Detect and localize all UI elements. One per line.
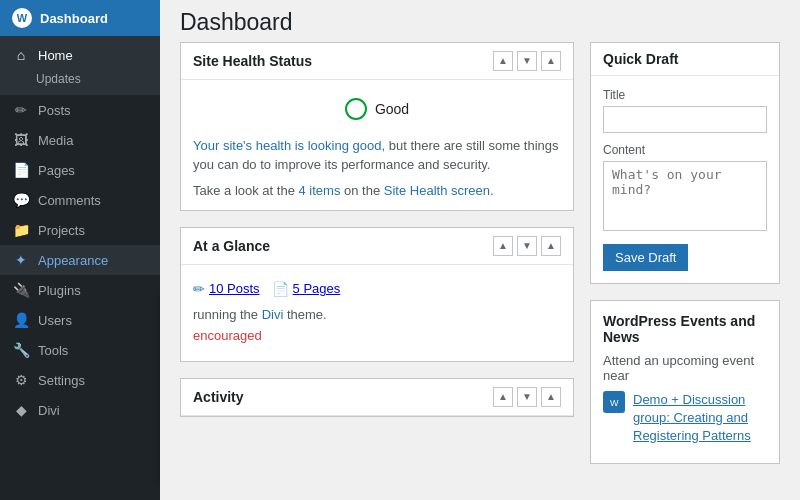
plugins-icon: 🔌: [12, 282, 30, 298]
health-items-count-link[interactable]: 4 items: [299, 183, 341, 198]
divi-icon: ◆: [12, 402, 30, 418]
quick-draft-content-input[interactable]: [603, 161, 767, 231]
wp-events-body: WordPress Events and News Attend an upco…: [591, 301, 779, 464]
sidebar-divi-label: Divi: [38, 403, 60, 418]
sidebar: W Dashboard ⌂ Home Updates ✏ Posts 🖼 Med…: [0, 0, 160, 500]
sidebar-item-home[interactable]: ⌂ Home: [0, 40, 160, 70]
health-status-text: Good: [375, 101, 409, 117]
pages-count: 📄 5 Pages: [272, 281, 341, 297]
site-health-widget: Site Health Status ▲ ▼ ▲ Good Your site'…: [180, 42, 574, 211]
site-health-screen-link[interactable]: Site Health screen: [384, 183, 490, 198]
pages-glance-icon: 📄: [272, 281, 289, 297]
page-title: Dashboard: [180, 8, 780, 38]
wp-events-widget: WordPress Events and News Attend an upco…: [590, 300, 780, 465]
sidebar-plugins-label: Plugins: [38, 283, 81, 298]
posts-glance-icon: ✏: [193, 281, 205, 297]
activity-title: Activity: [193, 389, 487, 405]
pages-count-link[interactable]: 5 Pages: [293, 281, 341, 296]
site-health-header: Site Health Status ▲ ▼ ▲: [181, 43, 573, 80]
users-icon: 👤: [12, 312, 30, 328]
health-description: Your site's health is looking good, but …: [193, 136, 561, 175]
site-health-body: Good Your site's health is looking good,…: [181, 80, 573, 210]
sidebar-item-plugins[interactable]: 🔌 Plugins: [0, 275, 160, 305]
sidebar-posts-label: Posts: [38, 103, 71, 118]
sidebar-item-users[interactable]: 👤 Users: [0, 305, 160, 335]
home-icon: ⌂: [12, 47, 30, 63]
sidebar-item-divi[interactable]: ◆ Divi: [0, 395, 160, 425]
quick-draft-body: Title Content Save Draft: [591, 76, 779, 283]
theme-name-link[interactable]: Divi: [262, 307, 284, 322]
sidebar-users-label: Users: [38, 313, 72, 328]
update-link[interactable]: encouraged: [193, 328, 262, 343]
activity-down[interactable]: ▼: [517, 387, 537, 407]
sidebar-item-tools[interactable]: 🔧 Tools: [0, 335, 160, 365]
sidebar-home-label: Home: [38, 48, 73, 63]
widget-toggle[interactable]: ▲: [541, 51, 561, 71]
at-a-glance-body: ✏ 10 Posts 📄 5 Pages running the Divi th…: [181, 265, 573, 361]
activity-toggle[interactable]: ▲: [541, 387, 561, 407]
pages-icon: 📄: [12, 162, 30, 178]
comments-icon: 💬: [12, 192, 30, 208]
sidebar-item-appearance[interactable]: ✦ Appearance: [0, 245, 160, 275]
activity-up[interactable]: ▲: [493, 387, 513, 407]
wordpress-icon: W: [12, 8, 32, 28]
sidebar-item-media[interactable]: 🖼 Media: [0, 125, 160, 155]
health-desc-highlight: Your site's health is looking good,: [193, 138, 385, 153]
save-draft-button[interactable]: Save Draft: [603, 244, 688, 271]
activity-controls: ▲ ▼ ▲: [493, 387, 561, 407]
posts-count: ✏ 10 Posts: [193, 281, 260, 297]
at-a-glance-up[interactable]: ▲: [493, 236, 513, 256]
title-label: Title: [603, 88, 767, 102]
settings-icon: ⚙: [12, 372, 30, 388]
posts-icon: ✏: [12, 102, 30, 118]
main-content: Dashboard Site Health Status ▲ ▼ ▲ Good: [160, 0, 800, 500]
sidebar-item-projects[interactable]: 📁 Projects: [0, 215, 160, 245]
health-circle-icon: [345, 98, 367, 120]
wp-event-icon: W: [603, 391, 625, 413]
sidebar-updates-label: Updates: [36, 72, 81, 86]
wp-events-intro: Attend an upcoming event near: [603, 353, 767, 383]
wp-events-title: WordPress Events and News: [603, 313, 767, 345]
at-a-glance-counts: ✏ 10 Posts 📄 5 Pages: [193, 277, 561, 301]
sidebar-item-comments[interactable]: 💬 Comments: [0, 185, 160, 215]
wp-event-item: W Demo + Discussion group: Creating and …: [603, 391, 767, 446]
quick-draft-title-input[interactable]: [603, 106, 767, 133]
sidebar-media-label: Media: [38, 133, 73, 148]
wp-event-link[interactable]: Demo + Discussion group: Creating and Re…: [633, 391, 767, 446]
sidebar-tools-label: Tools: [38, 343, 68, 358]
content-label: Content: [603, 143, 767, 157]
health-items-text: Take a look at the 4 items on the Site H…: [193, 183, 561, 198]
sidebar-comments-label: Comments: [38, 193, 101, 208]
right-column: Quick Draft Title Content Save Draft Wor…: [590, 42, 780, 481]
sidebar-item-updates[interactable]: Updates: [0, 70, 160, 91]
activity-header: Activity ▲ ▼ ▲: [181, 379, 573, 416]
sidebar-header-title: Dashboard: [40, 11, 108, 26]
widget-collapse-down[interactable]: ▼: [517, 51, 537, 71]
posts-count-link[interactable]: 10 Posts: [209, 281, 260, 296]
at-a-glance-toggle[interactable]: ▲: [541, 236, 561, 256]
tools-icon: 🔧: [12, 342, 30, 358]
quick-draft-widget: Quick Draft Title Content Save Draft: [590, 42, 780, 284]
appearance-icon: ✦: [12, 252, 30, 268]
sidebar-projects-label: Projects: [38, 223, 85, 238]
at-a-glance-title: At a Glance: [193, 238, 487, 254]
update-line: encouraged: [193, 328, 561, 343]
left-column: Site Health Status ▲ ▼ ▲ Good Your site'…: [180, 42, 574, 481]
sidebar-item-pages[interactable]: 📄 Pages: [0, 155, 160, 185]
at-a-glance-header: At a Glance ▲ ▼ ▲: [181, 228, 573, 265]
sidebar-header: W Dashboard: [0, 0, 160, 36]
widget-controls: ▲ ▼ ▲: [493, 51, 561, 71]
sidebar-pages-label: Pages: [38, 163, 75, 178]
quick-draft-header: Quick Draft: [591, 43, 779, 76]
sidebar-settings-label: Settings: [38, 373, 85, 388]
activity-widget-partial: Activity ▲ ▼ ▲: [180, 378, 574, 417]
media-icon: 🖼: [12, 132, 30, 148]
projects-icon: 📁: [12, 222, 30, 238]
sidebar-item-posts[interactable]: ✏ Posts: [0, 95, 160, 125]
theme-line: running the Divi theme.: [193, 307, 561, 322]
sidebar-item-settings[interactable]: ⚙ Settings: [0, 365, 160, 395]
widget-collapse-up[interactable]: ▲: [493, 51, 513, 71]
page-header: Dashboard: [160, 0, 800, 42]
quick-draft-title: Quick Draft: [603, 51, 767, 67]
at-a-glance-down[interactable]: ▼: [517, 236, 537, 256]
